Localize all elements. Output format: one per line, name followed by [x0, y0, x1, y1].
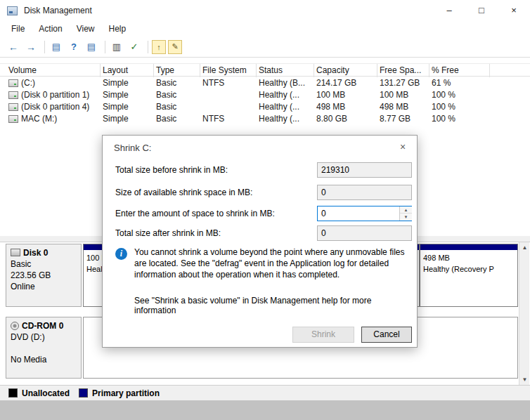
partition-stripe [420, 244, 517, 251]
cell-type: Basic [156, 102, 176, 112]
cell-capacity: 498 MB [316, 102, 345, 112]
header-separator[interactable] [153, 64, 154, 77]
header-separator[interactable] [256, 64, 257, 77]
check-list-icon[interactable]: ✓ [127, 39, 142, 55]
col-layout[interactable]: Layout [103, 65, 128, 75]
disk0-type: Basic [11, 259, 77, 269]
cell-file-system: NTFS [202, 114, 224, 124]
maximize-button[interactable]: □ [465, 0, 498, 21]
help-icon[interactable]: ? [66, 39, 82, 55]
label-available-space: Size of available shrink space in MB: [115, 188, 252, 197]
cdrom-media: No Media [11, 355, 77, 365]
scroll-up-icon[interactable]: ▲ [519, 242, 530, 254]
volume-list-header: Volume Layout Type File System Status Ca… [0, 63, 530, 77]
volume-row-c[interactable]: (C:) Simple Basic NTFS Healthy (B... 214… [0, 77, 530, 89]
cell-free-space: 8.77 GB [380, 114, 411, 124]
volume-row-mac[interactable]: MAC (M:) Simple Basic NTFS Healthy (... … [0, 113, 530, 125]
field-shrink-amount[interactable]: 0 ▲ ▼ [317, 206, 412, 221]
menu-view[interactable]: View [70, 21, 102, 37]
cdrom-header[interactable]: CD-ROM 0 DVD (D:) No Media [6, 317, 82, 379]
action-pane-icon[interactable]: ▥ [109, 39, 124, 55]
label-total-before: Total size before shrink in MB: [115, 165, 228, 175]
shrink-dialog: Shrink C: × Total size before shrink in … [102, 135, 418, 348]
shrink-amount-value: 0 [321, 209, 326, 218]
header-separator[interactable] [100, 64, 101, 77]
col-status[interactable]: Status [259, 65, 283, 75]
header-separator[interactable] [314, 64, 314, 77]
cancel-button[interactable]: Cancel [361, 327, 412, 343]
header-separator[interactable] [377, 64, 377, 77]
cell-pct-free: 100 % [432, 114, 455, 124]
disk0-status: Online [11, 282, 77, 291]
spinner-down-icon[interactable]: ▼ [400, 214, 412, 221]
col-capacity[interactable]: Capacity [316, 65, 349, 75]
cell-capacity: 214.17 GB [316, 78, 356, 88]
cell-volume: MAC (M:) [21, 114, 57, 124]
col-pct-free[interactable]: % Free [432, 65, 459, 75]
menu-action[interactable]: Action [32, 21, 69, 37]
info-icon: i [115, 248, 127, 260]
help-text: See "Shrink a basic volume" in Disk Mana… [134, 296, 410, 315]
cdrom-title: CD-ROM 0 [11, 321, 77, 331]
console-tree-icon[interactable]: ▤ [49, 39, 64, 55]
cell-free-space: 498 MB [380, 102, 408, 112]
label-shrink-amount: Enter the amount of space to shrink in M… [115, 209, 275, 218]
vertical-scrollbar[interactable]: ▲ ▼ [519, 242, 529, 386]
close-button[interactable]: × [498, 0, 530, 21]
cdrom-drive: DVD (D:) [11, 332, 77, 342]
legend-swatch-primary [79, 388, 88, 398]
edit-icon[interactable]: ✎ [168, 40, 182, 54]
spinner-up-icon[interactable]: ▲ [400, 206, 412, 214]
cell-layout: Simple [103, 90, 129, 100]
dialog-close-icon[interactable]: × [394, 140, 411, 154]
properties-icon[interactable]: ▤ [84, 39, 99, 55]
partition-size: 498 MB [420, 251, 517, 262]
legend-label-primary: Primary partition [92, 388, 160, 398]
col-file-system[interactable]: File System [202, 65, 247, 75]
volume-icon [8, 115, 18, 123]
menu-bar: File Action View Help [0, 21, 530, 37]
toolbar-separator [105, 41, 105, 53]
volume-icon [8, 79, 18, 87]
label-total-after: Total size after shrink in MB: [115, 228, 221, 238]
up-folder-icon[interactable]: ↑ [152, 40, 166, 54]
volume-row-partition1[interactable]: (Disk 0 partition 1) Simple Basic Health… [0, 89, 530, 101]
cell-volume: (Disk 0 partition 4) [21, 102, 89, 112]
cell-capacity: 100 MB [316, 90, 345, 100]
dialog-title: Shrink C: [114, 143, 151, 153]
forward-icon[interactable]: → [23, 39, 39, 55]
disk0-size: 223.56 GB [11, 270, 77, 280]
info-text: You cannot shrink a volume beyond the po… [134, 247, 410, 280]
cell-file-system: NTFS [202, 78, 224, 88]
cell-pct-free: 100 % [432, 90, 455, 100]
partition-box-recovery[interactable]: 498 MB Healthy (Recovery P [420, 244, 518, 307]
toolbar-separator [44, 41, 45, 53]
legend-label-unallocated: Unallocated [22, 388, 70, 398]
cell-status: Healthy (... [259, 114, 299, 124]
cell-status: Healthy (... [259, 102, 299, 112]
partition-status: Healthy (Recovery P [420, 262, 517, 273]
toolbar: ← → ▤ ? ▤ ▥ ✓ ↑ ✎ [0, 37, 530, 58]
spinner: ▲ ▼ [399, 206, 411, 221]
volume-row-partition4[interactable]: (Disk 0 partition 4) Simple Basic Health… [0, 101, 530, 113]
disk0-header[interactable]: Disk 0 Basic 223.56 GB Online [6, 244, 82, 307]
minimize-button[interactable]: – [433, 0, 465, 21]
col-free-space[interactable]: Free Spa... [380, 65, 421, 75]
header-separator[interactable] [489, 64, 490, 77]
cell-free-space: 131.27 GB [380, 78, 420, 88]
back-icon[interactable]: ← [6, 39, 21, 55]
header-separator[interactable] [429, 64, 429, 77]
header-separator[interactable] [200, 64, 200, 77]
menu-file[interactable]: File [4, 21, 32, 37]
col-type[interactable]: Type [156, 65, 174, 75]
app-icon [7, 6, 18, 15]
disk-icon [11, 249, 20, 256]
col-volume[interactable]: Volume [8, 65, 37, 75]
cell-pct-free: 100 % [432, 102, 455, 112]
cell-free-space: 100 MB [380, 90, 408, 100]
desktop-background [0, 400, 530, 420]
cell-status: Healthy (... [259, 90, 299, 100]
menu-help[interactable]: Help [102, 21, 134, 37]
scroll-down-icon[interactable]: ▼ [519, 374, 530, 386]
cell-layout: Simple [103, 114, 129, 124]
